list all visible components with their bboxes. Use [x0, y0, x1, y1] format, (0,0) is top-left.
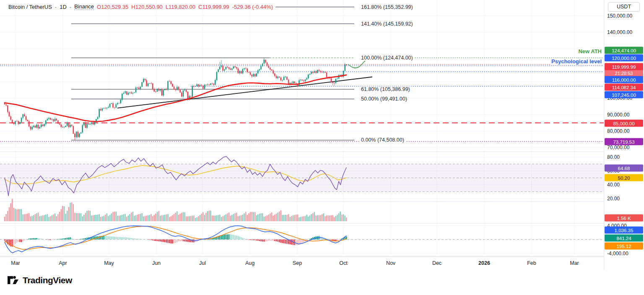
time-axis-label: Jun — [152, 260, 161, 266]
psychological-level-annotation: Psychological level — [551, 58, 602, 65]
ohlc-low: L119,820.00 — [166, 4, 195, 10]
tradingview-logo-icon[interactable] — [7, 274, 19, 286]
price-badge: 1.56 K — [605, 215, 643, 222]
ohlc-close: C119,999.99 — [198, 4, 229, 10]
time-axis-label: Sep — [293, 260, 302, 266]
price-badge: 116,000.00 — [605, 76, 643, 83]
price-badge: 73,719.53 — [605, 138, 643, 145]
axis-label: 90,000.00 — [607, 112, 629, 118]
fib-label: 141.40% (145,159.92) — [360, 21, 414, 27]
time-axis-label: Jul — [199, 260, 206, 266]
exchange-label[interactable]: Binance — [74, 3, 94, 10]
legend-separator: · — [55, 4, 57, 10]
price-badge: 50.20 — [605, 174, 643, 181]
macd-signal-line — [5, 226, 346, 249]
price-badge: 107,245.00 — [605, 91, 643, 98]
fib-label: 161.80% (155,352.99) — [360, 4, 414, 10]
chart-canvas[interactable] — [0, 0, 644, 295]
time-axis-label: Apr — [59, 260, 67, 266]
time-axis-label: Feb — [527, 260, 536, 266]
time-axis-label: Nov — [386, 260, 395, 266]
axis-label: 80.00 — [607, 154, 620, 160]
axis-label: 20.00 — [607, 196, 620, 202]
time-axis[interactable]: MarAprMayJunJulAugSepOctNovDec2026FebMar — [0, 256, 644, 271]
brand-name[interactable]: TradingView — [23, 275, 72, 285]
price-badge: 114,082.34 — [605, 84, 643, 91]
time-axis-label: 2026 — [478, 260, 490, 266]
axis-label: 70,000.00 — [607, 145, 629, 150]
price-badge: 841.24 — [605, 235, 643, 242]
countdown-timer: 21:28:53 — [605, 70, 643, 76]
currency-toggle-button[interactable]: USDT — [608, 2, 640, 12]
symbol-name[interactable]: Bitcoin / TetherUS — [8, 4, 52, 10]
time-axis-label: Mar — [570, 260, 579, 266]
axis-label: 80,000.00 — [607, 128, 629, 134]
brand-footer: TradingView — [7, 274, 72, 286]
price-badge: 120,000.00 — [605, 54, 643, 62]
axis-label: -4,000.00 — [607, 251, 628, 256]
new-ath-annotation: New ATH — [577, 48, 602, 54]
axis-label: 40.00 — [607, 182, 620, 188]
price-badge: 124,474.00 — [605, 47, 643, 54]
ohlc-high: H120,550.90 — [131, 4, 162, 10]
price-badge: 85,000.00 — [605, 120, 643, 127]
fib-label: 50.00% (99,491.00) — [360, 96, 408, 102]
ohlc-open: O120,529.35 — [97, 4, 128, 10]
tradingview-chart-page: Bitcoin / TetherUS · 1D · Binance O120,5… — [0, 0, 644, 295]
symbol-legend[interactable]: Bitcoin / TetherUS · 1D · Binance O120,5… — [8, 3, 275, 10]
price-badge: 64.68 — [605, 165, 643, 172]
fib-label: 0.00% (74,508.00) — [360, 137, 405, 143]
fib-label: 61.80% (105,386.99) — [360, 86, 411, 92]
time-axis-label: Aug — [245, 260, 254, 266]
legend-separator: · — [70, 4, 71, 10]
time-axis-label: Oct — [339, 260, 347, 266]
time-axis-label: Mar — [11, 260, 20, 266]
axis-label: 150,000.00 — [607, 13, 632, 19]
price-badge: 195.12 — [605, 243, 643, 250]
price-axis[interactable]: USDT 150,000.00140,000.00100,000.0090,00… — [604, 0, 644, 270]
volume-bars — [4, 199, 347, 221]
time-axis-label: May — [104, 260, 114, 266]
fib-label: 100.00% (124,474.00) — [360, 55, 414, 61]
price-badge: 1,036.35 — [605, 227, 643, 234]
axis-label: 140,000.00 — [607, 29, 632, 35]
timeframe-label[interactable]: 1D — [60, 4, 67, 10]
change-label: -529.36 (-0.44%) — [232, 4, 273, 10]
time-axis-label: Dec — [432, 260, 441, 266]
price-badge: 119,999.9921:28:53 — [605, 63, 643, 77]
